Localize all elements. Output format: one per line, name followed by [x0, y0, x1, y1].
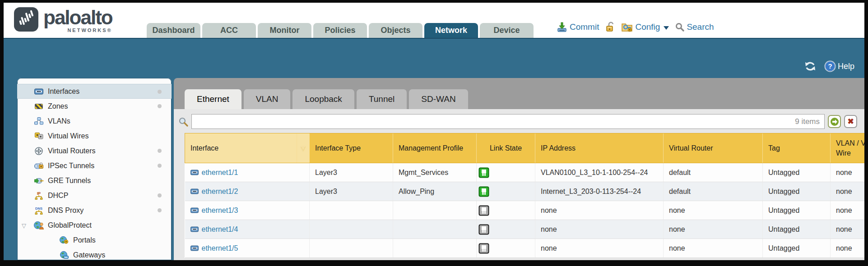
globalprotect-icon [33, 221, 44, 229]
svg-text:DNS: DNS [35, 206, 42, 211]
dns-proxy-icon: DNS [33, 206, 44, 215]
tab-loopback[interactable]: Loopback [292, 89, 354, 109]
col-tag[interactable]: Tag [763, 133, 831, 163]
cell-vlan: none [831, 182, 865, 201]
logo-brand-text: paloalto [43, 7, 112, 28]
refresh-icon[interactable] [804, 61, 816, 72]
commit-label: Commit [570, 22, 599, 32]
cell-ip-address: Internet_L3_203-0-113-254--24 [535, 182, 664, 201]
config-button[interactable]: Config [621, 22, 669, 32]
help-button[interactable]: ? Help [824, 60, 854, 72]
col-interface-type[interactable]: Interface Type [310, 133, 393, 163]
interface-link[interactable]: ethernet1/1 [202, 169, 238, 177]
interface-link[interactable]: ethernet1/4 [202, 225, 238, 234]
dhcp-icon: IP [33, 191, 44, 200]
filter-input[interactable] [192, 115, 790, 128]
lock-icon[interactable] [605, 22, 615, 32]
help-label: Help [838, 62, 854, 71]
link-state-up-icon [478, 186, 489, 197]
sidebar-item-label: DNS Proxy [48, 206, 84, 215]
clear-x-icon: ✖ [847, 117, 854, 126]
table-row: ethernet1/4 none none Untagged none [185, 220, 865, 239]
sidebar-item-interfaces[interactable]: Interfaces [17, 84, 172, 99]
commit-icon [557, 22, 567, 32]
sidebar-item-globalprotect[interactable]: ▽ GlobalProtect [17, 218, 172, 233]
sidebar-item-label: DHCP [48, 192, 68, 200]
paloalto-logo: paloalto NETWORKS® [14, 7, 112, 33]
top-bar: paloalto NETWORKS® Dashboard ACC Monitor… [4, 3, 864, 38]
sidebar-item-label: Virtual Routers [48, 147, 96, 155]
sidebar-item-virtual-wires[interactable]: Virtual Wires [17, 128, 172, 143]
interfaces-table-wrap: Interface ▽ Interface Type Management Pr… [185, 133, 864, 258]
clear-filter-button[interactable]: ✖ [844, 115, 857, 128]
sidebar-item-zones[interactable]: Zones [17, 99, 172, 114]
cell-tag: Untagged [763, 182, 831, 201]
tab-policies[interactable]: Policies [313, 23, 367, 38]
gateways-icon [59, 251, 70, 259]
sidebar-item-dhcp[interactable]: IP DHCP [17, 188, 172, 203]
tab-tunnel[interactable]: Tunnel [357, 89, 407, 109]
interface-link[interactable]: ethernet1/3 [202, 206, 238, 215]
cell-ip-address: VLAN0100_L3_10-1-100-254--24 [535, 163, 664, 182]
top-action-bar: Commit Config [557, 22, 714, 32]
interface-icon [190, 188, 199, 194]
tab-dashboard[interactable]: Dashboard [147, 23, 200, 38]
screenshot-frame: paloalto NETWORKS® Dashboard ACC Monitor… [0, 0, 868, 266]
sidebar-item-portals[interactable]: Portals [17, 233, 172, 248]
tab-objects[interactable]: Objects [369, 23, 422, 38]
tab-sdwan[interactable]: SD-WAN [409, 89, 468, 109]
help-icon: ? [824, 60, 836, 72]
sidebar-item-vlans[interactable]: VLANs [17, 114, 172, 128]
interface-link[interactable]: ethernet1/2 [202, 188, 238, 196]
sidebar-item-virtual-routers[interactable]: Virtual Routers [17, 143, 172, 158]
sidebar-item-label: Interfaces [48, 87, 79, 96]
commit-button[interactable]: Commit [557, 22, 599, 32]
tab-acc[interactable]: ACC [202, 23, 256, 38]
col-interface[interactable]: Interface [185, 133, 297, 163]
interface-link[interactable]: ethernet1/5 [202, 244, 238, 252]
tab-ethernet[interactable]: Ethernet [185, 89, 241, 109]
tab-vlan[interactable]: VLAN [244, 89, 291, 109]
sidebar-item-gateways[interactable]: Gateways [17, 248, 172, 260]
cell-interface-type: Layer3 [310, 163, 393, 182]
portals-icon [59, 236, 70, 244]
link-state-up-icon [478, 167, 489, 178]
sidebar-item-gre-tunnels[interactable]: GRE Tunnels [17, 173, 172, 188]
item-count: 9 items [790, 117, 824, 126]
cell-ip-address: none [535, 201, 664, 220]
paloalto-logo-mark [14, 7, 39, 32]
col-management-profile[interactable]: Management Profile [393, 133, 477, 163]
col-virtual-router[interactable]: Virtual Router [664, 133, 763, 163]
expand-triangle-icon[interactable]: ▽ [22, 222, 26, 229]
col-link-state[interactable]: Link State [477, 133, 535, 163]
sidebar-item-dns-proxy[interactable]: DNS DNS Proxy [17, 203, 172, 218]
search-button[interactable]: Search [675, 22, 714, 32]
sidebar-item-label: VLANs [48, 117, 70, 125]
sidebar-item-label: IPSec Tunnels [48, 162, 94, 170]
cell-management-profile: Mgmt_Services [393, 163, 477, 182]
col-vlan-virtual-wire[interactable]: VLAN / Virtual Wire [831, 133, 865, 163]
cell-tag: Untagged [763, 163, 831, 182]
filter-search-icon[interactable] [178, 117, 188, 127]
config-caret-icon [664, 26, 669, 30]
cell-interface-type [310, 239, 393, 258]
sort-dropdown[interactable]: ▽ [297, 133, 310, 163]
sort-dropdown-icon: ▽ [301, 145, 306, 152]
cell-virtual-router: default [664, 163, 763, 182]
cell-tag: Untagged [763, 239, 831, 258]
sidebar-item-ipsec-tunnels[interactable]: IPSec Tunnels [17, 158, 172, 173]
tab-network[interactable]: Network [424, 23, 478, 38]
utility-bar: ? Help [804, 60, 854, 72]
cell-vlan: none [831, 239, 865, 258]
tab-device[interactable]: Device [480, 23, 534, 38]
interfaces-icon [33, 88, 44, 95]
apply-filter-button[interactable] [828, 115, 841, 128]
sidebar-item-label: Virtual Wires [48, 132, 88, 140]
sidebar-dot [158, 208, 162, 212]
vlans-icon [33, 117, 44, 125]
sidebar-dot [158, 149, 162, 153]
tab-monitor[interactable]: Monitor [258, 23, 311, 38]
col-ip-address[interactable]: IP Address [535, 133, 664, 163]
main-panel: Ethernet VLAN Loopback Tunnel SD-WAN 9 i… [174, 78, 864, 260]
green-arrow-icon [830, 117, 839, 126]
